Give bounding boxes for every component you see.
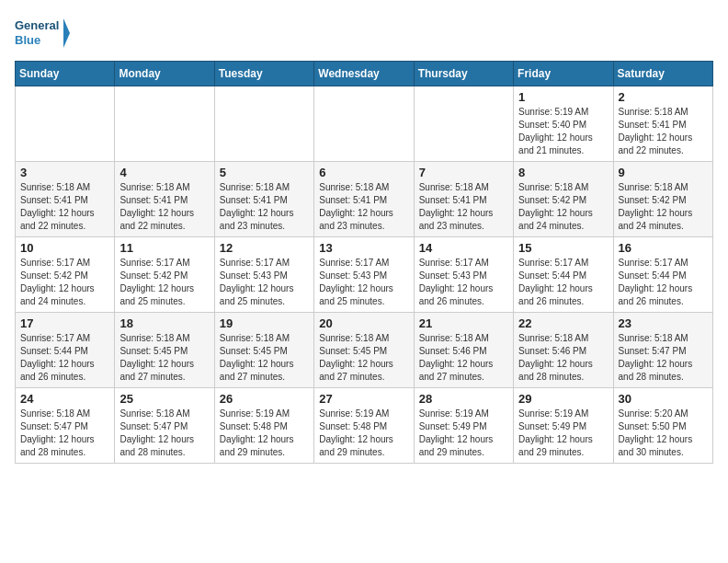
day-info: Sunrise: 5:18 AM Sunset: 5:41 PM Dayligh… [119,181,209,233]
day-info: Sunrise: 5:19 AM Sunset: 5:49 PM Dayligh… [419,408,508,459]
day-cell: 15Sunrise: 5:17 AM Sunset: 5:44 PM Dayli… [514,237,613,313]
day-cell: 3Sunrise: 5:18 AM Sunset: 5:41 PM Daylig… [16,162,115,237]
week-row-5: 24Sunrise: 5:18 AM Sunset: 5:47 PM Dayli… [16,388,713,464]
day-cell: 22Sunrise: 5:18 AM Sunset: 5:46 PM Dayli… [514,313,613,388]
day-cell: 14Sunrise: 5:17 AM Sunset: 5:43 PM Dayli… [414,237,513,313]
day-number: 5 [220,166,309,179]
header: General Blue [15,15,713,52]
day-cell: 8Sunrise: 5:18 AM Sunset: 5:42 PM Daylig… [514,162,613,237]
day-cell: 23Sunrise: 5:18 AM Sunset: 5:47 PM Dayli… [613,313,712,388]
day-number: 9 [619,166,708,179]
day-cell: 24Sunrise: 5:18 AM Sunset: 5:47 PM Dayli… [16,388,115,464]
calendar-table: SundayMondayTuesdayWednesdayThursdayFrid… [15,61,713,464]
day-info: Sunrise: 5:19 AM Sunset: 5:49 PM Dayligh… [518,408,608,459]
day-number: 2 [619,90,708,104]
day-info: Sunrise: 5:18 AM Sunset: 5:45 PM Dayligh… [220,332,309,384]
day-number: 29 [518,392,608,406]
day-number: 27 [319,392,408,406]
day-cell: 18Sunrise: 5:18 AM Sunset: 5:45 PM Dayli… [115,313,214,388]
week-row-3: 10Sunrise: 5:17 AM Sunset: 5:42 PM Dayli… [16,237,713,313]
day-info: Sunrise: 5:18 AM Sunset: 5:45 PM Dayligh… [319,332,408,384]
day-info: Sunrise: 5:18 AM Sunset: 5:41 PM Dayligh… [319,181,408,233]
day-cell: 9Sunrise: 5:18 AM Sunset: 5:42 PM Daylig… [613,162,712,237]
day-info: Sunrise: 5:17 AM Sunset: 5:44 PM Dayligh… [619,257,708,308]
logo: General Blue [15,15,70,52]
logo-svg: General Blue [15,15,70,52]
day-info: Sunrise: 5:17 AM Sunset: 5:43 PM Dayligh… [419,257,508,308]
day-number: 17 [20,316,109,330]
col-header-friday: Friday [514,62,613,86]
day-number: 18 [119,316,209,330]
day-info: Sunrise: 5:18 AM Sunset: 5:47 PM Dayligh… [619,332,708,384]
day-info: Sunrise: 5:19 AM Sunset: 5:48 PM Dayligh… [220,408,309,459]
day-info: Sunrise: 5:17 AM Sunset: 5:44 PM Dayligh… [518,257,608,308]
day-info: Sunrise: 5:18 AM Sunset: 5:47 PM Dayligh… [119,408,209,459]
day-cell: 13Sunrise: 5:17 AM Sunset: 5:43 PM Dayli… [314,237,414,313]
col-header-saturday: Saturday [613,62,712,86]
day-number: 14 [419,241,508,255]
day-number: 23 [619,316,708,330]
day-info: Sunrise: 5:17 AM Sunset: 5:43 PM Dayligh… [319,257,408,308]
col-header-thursday: Thursday [414,62,513,86]
day-number: 6 [319,166,408,179]
day-number: 25 [119,392,209,406]
day-info: Sunrise: 5:18 AM Sunset: 5:41 PM Dayligh… [619,106,708,157]
day-number: 1 [518,90,608,104]
day-number: 19 [220,316,309,330]
day-info: Sunrise: 5:18 AM Sunset: 5:45 PM Dayligh… [119,332,209,384]
day-number: 7 [419,166,508,179]
day-info: Sunrise: 5:18 AM Sunset: 5:46 PM Dayligh… [419,332,508,384]
day-cell: 21Sunrise: 5:18 AM Sunset: 5:46 PM Dayli… [414,313,513,388]
day-number: 28 [419,392,508,406]
col-header-monday: Monday [115,62,214,86]
day-number: 11 [119,241,209,255]
day-cell [214,86,313,162]
day-cell: 17Sunrise: 5:17 AM Sunset: 5:44 PM Dayli… [16,313,115,388]
svg-marker-2 [63,18,70,48]
day-number: 12 [220,241,309,255]
week-row-4: 17Sunrise: 5:17 AM Sunset: 5:44 PM Dayli… [16,313,713,388]
day-number: 4 [119,166,209,179]
day-cell: 12Sunrise: 5:17 AM Sunset: 5:43 PM Dayli… [214,237,313,313]
day-cell: 7Sunrise: 5:18 AM Sunset: 5:41 PM Daylig… [414,162,513,237]
day-info: Sunrise: 5:18 AM Sunset: 5:42 PM Dayligh… [518,181,608,233]
day-number: 30 [619,392,708,406]
svg-text:Blue: Blue [15,33,40,47]
day-info: Sunrise: 5:19 AM Sunset: 5:48 PM Dayligh… [319,408,408,459]
day-cell [16,86,115,162]
day-cell: 10Sunrise: 5:17 AM Sunset: 5:42 PM Dayli… [16,237,115,313]
day-number: 8 [518,166,608,179]
week-row-1: 1Sunrise: 5:19 AM Sunset: 5:40 PM Daylig… [16,86,713,162]
day-number: 22 [518,316,608,330]
day-info: Sunrise: 5:17 AM Sunset: 5:42 PM Dayligh… [119,257,209,308]
day-info: Sunrise: 5:18 AM Sunset: 5:42 PM Dayligh… [619,181,708,233]
day-info: Sunrise: 5:18 AM Sunset: 5:41 PM Dayligh… [20,181,109,233]
day-info: Sunrise: 5:19 AM Sunset: 5:40 PM Dayligh… [518,106,608,157]
day-cell: 30Sunrise: 5:20 AM Sunset: 5:50 PM Dayli… [613,388,712,464]
day-cell: 28Sunrise: 5:19 AM Sunset: 5:49 PM Dayli… [414,388,513,464]
day-number: 16 [619,241,708,255]
header-row: SundayMondayTuesdayWednesdayThursdayFrid… [16,62,713,86]
svg-text:General: General [15,18,59,32]
day-cell: 29Sunrise: 5:19 AM Sunset: 5:49 PM Dayli… [514,388,613,464]
day-cell: 27Sunrise: 5:19 AM Sunset: 5:48 PM Dayli… [314,388,414,464]
day-number: 3 [20,166,109,179]
day-cell: 20Sunrise: 5:18 AM Sunset: 5:45 PM Dayli… [314,313,414,388]
day-cell [414,86,513,162]
day-info: Sunrise: 5:18 AM Sunset: 5:46 PM Dayligh… [518,332,608,384]
day-info: Sunrise: 5:18 AM Sunset: 5:41 PM Dayligh… [419,181,508,233]
day-cell: 4Sunrise: 5:18 AM Sunset: 5:41 PM Daylig… [115,162,214,237]
day-cell [314,86,414,162]
day-number: 24 [20,392,109,406]
day-cell: 11Sunrise: 5:17 AM Sunset: 5:42 PM Dayli… [115,237,214,313]
day-cell: 16Sunrise: 5:17 AM Sunset: 5:44 PM Dayli… [613,237,712,313]
day-cell: 5Sunrise: 5:18 AM Sunset: 5:41 PM Daylig… [214,162,313,237]
day-number: 10 [20,241,109,255]
day-number: 15 [518,241,608,255]
day-info: Sunrise: 5:20 AM Sunset: 5:50 PM Dayligh… [619,408,708,459]
day-info: Sunrise: 5:18 AM Sunset: 5:41 PM Dayligh… [220,181,309,233]
day-number: 26 [220,392,309,406]
col-header-sunday: Sunday [16,62,115,86]
day-cell: 25Sunrise: 5:18 AM Sunset: 5:47 PM Dayli… [115,388,214,464]
day-cell: 1Sunrise: 5:19 AM Sunset: 5:40 PM Daylig… [514,86,613,162]
